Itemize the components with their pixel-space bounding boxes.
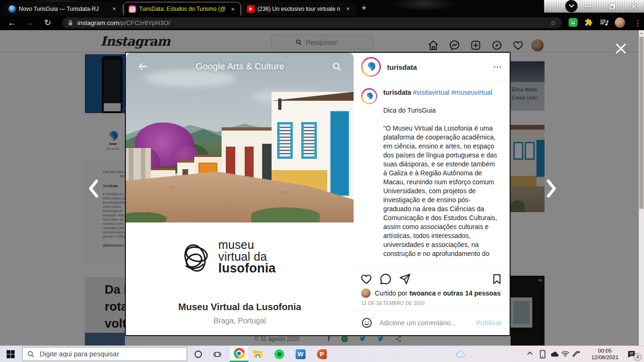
tab-title: (236) Un esclusivo tour virtuale n <box>257 6 341 12</box>
scrollbar-thumb[interactable] <box>639 37 644 209</box>
back-icon[interactable]: ← <box>6 17 18 28</box>
museum-location: Braga, Portugal <box>126 317 354 325</box>
liker-name[interactable]: twoanca <box>409 289 436 297</box>
gac-header: Google Arts & Culture <box>126 53 354 80</box>
museum-card: museu virtual da lusofonia Museu Virtual… <box>126 222 354 335</box>
post-options-icon[interactable]: ⋯ <box>493 62 502 72</box>
windows-taskbar: W P 23°C Nublado 00:05 12/08/2021 <box>0 346 644 362</box>
extensions-puzzle-icon[interactable] <box>585 18 593 26</box>
restore-button[interactable] <box>607 2 617 10</box>
tab-separator <box>123 4 123 13</box>
comment-input[interactable] <box>379 319 476 327</box>
start-button[interactable] <box>7 350 15 358</box>
taskbar-search-input[interactable] <box>39 350 182 358</box>
your-phone-icon[interactable] <box>539 350 546 359</box>
scrollbar-up-arrow[interactable]: ▲ <box>639 30 644 36</box>
publish-button[interactable]: Publicar <box>476 319 502 327</box>
lock-icon <box>68 20 73 26</box>
post-details: turisdata ⋯ turisdata #visitavirt <box>354 53 510 335</box>
back-arrow-icon[interactable] <box>138 62 148 71</box>
close-window-button[interactable] <box>629 2 638 10</box>
museum-logo-mark <box>179 240 214 274</box>
blerp-extension-icon[interactable] <box>569 18 578 27</box>
profile-avatar[interactable] <box>615 17 625 28</box>
emoji-smiley-icon[interactable] <box>361 317 372 329</box>
caption-intro: Dica do TurisGuia <box>383 106 498 115</box>
clock-time: 00:05 <box>586 347 624 354</box>
file-explorer-icon[interactable] <box>253 349 263 359</box>
taskbar-search-box[interactable] <box>22 347 187 361</box>
weather-cloud-icon[interactable] <box>455 350 465 358</box>
notification-count-badge: 3 <box>634 353 642 361</box>
gac-title: Google Arts & Culture <box>148 61 332 72</box>
tab-close-icon[interactable]: × <box>229 6 237 13</box>
address-bar[interactable]: instagram.com/p/CFCzr6YpN3O/ ☆ <box>62 17 562 28</box>
liker-avatar[interactable] <box>361 288 371 298</box>
task-view-icon[interactable] <box>213 350 222 359</box>
likes-row[interactable]: Curtido por twoanca e outras 14 pessoas <box>360 285 503 298</box>
tab-title: TurisData: Estudos do Turismo (@ <box>139 6 226 12</box>
onedrive-cloud-icon[interactable] <box>550 351 559 357</box>
youtube-favicon <box>247 5 255 13</box>
post-actions: Curtido por twoanca e outras 14 pessoas … <box>354 268 510 310</box>
like-heart-icon[interactable] <box>360 273 372 285</box>
bookmark-star-icon[interactable]: ☆ <box>550 19 556 27</box>
instagram-favicon <box>129 5 136 13</box>
grass-patch <box>251 207 320 222</box>
next-post-arrow[interactable] <box>546 179 557 198</box>
tab-youtube[interactable]: (236) Un esclusivo tour virtuale n × <box>242 2 355 16</box>
comment-icon[interactable] <box>380 273 392 285</box>
screen: Novo TurisGuia — Turisdata-RJ × TurisDat… <box>0 0 644 362</box>
lantern <box>278 99 281 110</box>
playlist-music-icon[interactable] <box>600 18 609 27</box>
caption-body: "O Museu Virtual da Lusofonia é uma plat… <box>383 124 498 258</box>
author-avatar[interactable] <box>361 57 381 77</box>
page-scrollbar[interactable]: ▲ <box>639 30 644 346</box>
new-tab-button[interactable]: + <box>358 3 370 13</box>
chevron-down-icon <box>569 4 574 8</box>
caption-avatar[interactable] <box>361 88 377 104</box>
wifi-icon[interactable] <box>561 350 570 357</box>
post-media[interactable]: Google Arts & Culture <box>126 53 354 335</box>
comment-bar: Publicar <box>354 310 510 335</box>
chrome-taskbar-active[interactable] <box>230 346 248 362</box>
tray-chevron-up-icon[interactable] <box>527 351 533 355</box>
powerpoint-icon[interactable]: P <box>317 349 327 359</box>
url-path: /p/CFCzr6YpN3O/ <box>119 19 171 26</box>
share-plane-icon[interactable] <box>399 273 411 285</box>
taskbar-clock[interactable]: 00:05 12/08/2021 <box>586 347 624 361</box>
clock-date: 12/08/2021 <box>586 354 624 361</box>
museum-logo: museu virtual da lusofonia <box>179 239 276 274</box>
spotify-icon[interactable] <box>274 349 284 359</box>
tab-close-icon[interactable]: × <box>110 5 118 12</box>
browser-toolbar: ← → ↻ instagram.com/p/CFCzr6YpN3O/ ☆ ⋮ <box>0 16 644 30</box>
windows-ink-pen-icon[interactable] <box>572 350 580 358</box>
minimize-button[interactable] <box>583 2 592 10</box>
caption-username[interactable]: turisdata <box>383 89 411 96</box>
caption-area[interactable]: turisdata #visitavirtual #museuvirtual D… <box>354 82 510 268</box>
browser-tab-strip: Novo TurisGuia — Turisdata-RJ × TurisDat… <box>0 0 644 16</box>
tab-title: Novo TurisGuia — Turisdata-RJ <box>19 6 107 12</box>
forward-icon[interactable]: → <box>24 17 36 28</box>
turisdata-logo <box>365 61 377 73</box>
post-username[interactable]: turisdata <box>387 63 417 71</box>
reload-icon[interactable]: ↻ <box>41 17 54 28</box>
tab-close-icon[interactable]: × <box>344 5 352 12</box>
tab-instagram-active[interactable]: TurisData: Estudos do Turismo (@ × <box>124 2 241 16</box>
word-icon[interactable]: W <box>296 349 305 359</box>
post-date: 12 DE SETEMBRO DE 2020 <box>360 298 503 310</box>
bookmark-icon[interactable] <box>491 273 503 285</box>
window-titlebar <box>544 0 644 13</box>
previous-post-arrow[interactable] <box>88 179 99 198</box>
browser-menu-kebab-icon[interactable]: ⋮ <box>632 17 644 29</box>
tab-turisguia[interactable]: Novo TurisGuia — Turisdata-RJ × <box>4 2 122 16</box>
post-header: turisdata ⋯ <box>354 53 510 82</box>
street-photo: Google Arts & Culture <box>126 53 354 222</box>
turisguia-favicon <box>8 5 16 13</box>
other-likers[interactable]: outras 14 pessoas <box>443 289 501 297</box>
cortana-icon[interactable] <box>194 350 202 358</box>
caption-hashtags[interactable]: #visitavirtual #museuvirtual <box>413 89 492 96</box>
search-icon[interactable] <box>332 62 341 71</box>
close-modal-icon[interactable] <box>614 42 627 55</box>
tab-search-button[interactable] <box>565 0 578 12</box>
